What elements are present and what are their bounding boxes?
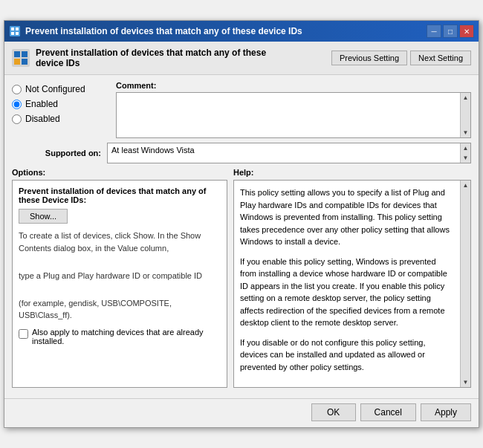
help-scroll-down[interactable]: ▼ [463, 377, 469, 387]
options-para3: (for example, gendisk, USB\COMPOSITE, US… [19, 297, 221, 322]
svg-rect-1 [11, 27, 14, 30]
radio-column: Not Configured Enabled Disabled [12, 81, 108, 138]
close-button[interactable]: ✕ [459, 25, 474, 38]
help-scroll-up[interactable]: ▲ [463, 181, 469, 190]
svg-rect-3 [11, 32, 14, 35]
radio-group: Not Configured Enabled Disabled [12, 84, 108, 124]
help-para2: If you enable this policy setting, Windo… [240, 256, 454, 329]
header-title: Prevent installation of devices that mat… [36, 48, 273, 68]
options-panel: Prevent installation of devices that mat… [12, 180, 227, 388]
help-content: This policy setting allows you to specif… [234, 181, 460, 387]
title-bar-left: Prevent installation of devices that mat… [9, 25, 302, 37]
options-help-row: Prevent installation of devices that mat… [12, 180, 471, 388]
supported-wrapper: At least Windows Vista ▲ ▼ [107, 143, 471, 163]
svg-rect-4 [16, 32, 19, 35]
main-window: Prevent installation of devices that mat… [4, 20, 479, 428]
help-scrollbar: ▲ ▼ [460, 181, 470, 387]
help-para1: This policy setting allows you to specif… [240, 186, 454, 248]
section-headers: Options: Help: [12, 168, 471, 177]
help-para3: If you disable or do not configure this … [240, 337, 454, 374]
comment-label: Comment: [116, 81, 471, 90]
options-desc: To create a list of devices, click Show.… [19, 230, 221, 322]
radio-comment-row: Not Configured Enabled Disabled Comment: [12, 81, 471, 138]
options-para2: type a Plug and Play hardware ID or comp… [19, 270, 221, 282]
apply-existing-checkbox[interactable] [19, 329, 28, 339]
next-setting-button[interactable]: Next Setting [410, 51, 471, 65]
not-configured-radio[interactable] [12, 85, 22, 94]
checkbox-label: Also apply to matching devices that are … [32, 328, 221, 345]
supported-scroll-down[interactable]: ▼ [463, 153, 469, 163]
apply-button[interactable]: Apply [421, 403, 471, 421]
svg-rect-9 [22, 59, 27, 65]
options-section-header: Options: [12, 168, 227, 177]
help-panel-wrapper: This policy setting allows you to specif… [233, 180, 471, 388]
options-para1: To create a list of devices, click Show.… [19, 230, 221, 254]
nav-buttons: Previous Setting Next Setting [331, 51, 471, 65]
not-configured-label: Not Configured [25, 84, 85, 94]
comment-scroll-up[interactable]: ▲ [463, 93, 469, 103]
comment-input[interactable] [117, 93, 460, 137]
enabled-option[interactable]: Enabled [12, 99, 108, 109]
enabled-label: Enabled [25, 99, 58, 109]
cancel-button[interactable]: Cancel [360, 403, 416, 421]
maximize-button[interactable]: □ [443, 25, 458, 38]
prev-setting-button[interactable]: Previous Setting [331, 51, 407, 65]
supported-scrollbar: ▲ ▼ [460, 143, 470, 163]
svg-rect-6 [14, 51, 20, 57]
header-left: Prevent installation of devices that mat… [12, 48, 273, 68]
supported-scroll-up[interactable]: ▲ [463, 143, 469, 153]
ok-button[interactable]: OK [311, 403, 356, 421]
options-description: Prevent installation of devices that mat… [19, 186, 221, 204]
window-title: Prevent installation of devices that mat… [25, 26, 302, 36]
checkbox-row: Also apply to matching devices that are … [19, 328, 221, 345]
comment-wrapper: ▲ ▼ [116, 92, 471, 138]
title-bar: Prevent installation of devices that mat… [4, 21, 479, 42]
main-content: Not Configured Enabled Disabled Comment: [4, 75, 479, 394]
svg-rect-2 [16, 27, 19, 30]
comment-scrollbar: ▲ ▼ [460, 93, 470, 137]
policy-icon [12, 49, 30, 67]
disabled-option[interactable]: Disabled [12, 114, 108, 124]
supported-label: Supported on: [12, 149, 101, 158]
show-button[interactable]: Show... [19, 209, 68, 224]
comment-scroll-down[interactable]: ▼ [463, 128, 469, 137]
comment-column: Comment: ▲ ▼ [116, 81, 471, 138]
footer: OK Cancel Apply [4, 398, 479, 427]
title-bar-controls: ─ □ ✕ [427, 25, 474, 38]
header-bar: Prevent installation of devices that mat… [4, 42, 479, 75]
help-section-header: Help: [233, 168, 471, 177]
minimize-button[interactable]: ─ [427, 25, 441, 38]
not-configured-option[interactable]: Not Configured [12, 84, 108, 94]
disabled-label: Disabled [25, 114, 60, 124]
window-icon [9, 25, 21, 37]
supported-value: At least Windows Vista [108, 143, 460, 163]
svg-rect-7 [22, 51, 27, 57]
enabled-radio[interactable] [12, 100, 22, 109]
svg-rect-8 [14, 59, 20, 65]
disabled-radio[interactable] [12, 114, 22, 124]
supported-row: Supported on: At least Windows Vista ▲ ▼ [12, 143, 471, 163]
